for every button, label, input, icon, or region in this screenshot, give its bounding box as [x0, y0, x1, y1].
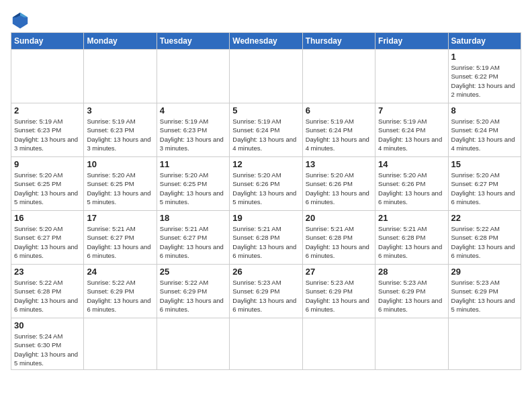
day-info: Sunrise: 5:20 AM Sunset: 6:24 PM Dayligh…: [451, 117, 518, 152]
day-number: 8: [451, 105, 518, 116]
column-header-tuesday: Tuesday: [157, 33, 229, 50]
calendar-cell: 6Sunrise: 5:19 AM Sunset: 6:24 PM Daylig…: [302, 103, 375, 157]
calendar-cell: [230, 318, 302, 370]
calendar-cell: 27Sunrise: 5:23 AM Sunset: 6:29 PM Dayli…: [302, 265, 375, 318]
day-number: 15: [451, 159, 518, 169]
calendar-cell: 1Sunrise: 5:19 AM Sunset: 6:22 PM Daylig…: [448, 50, 521, 103]
calendar-cell: 4Sunrise: 5:19 AM Sunset: 6:23 PM Daylig…: [157, 103, 229, 157]
day-info: Sunrise: 5:20 AM Sunset: 6:26 PM Dayligh…: [232, 171, 299, 206]
calendar-cell: [375, 318, 448, 370]
day-info: Sunrise: 5:21 AM Sunset: 6:28 PM Dayligh…: [306, 224, 372, 260]
day-info: Sunrise: 5:24 AM Sunset: 6:30 PM Dayligh…: [14, 332, 81, 367]
day-info: Sunrise: 5:20 AM Sunset: 6:25 PM Dayligh…: [14, 171, 81, 206]
day-number: 5: [232, 105, 299, 116]
day-info: Sunrise: 5:20 AM Sunset: 6:26 PM Dayligh…: [378, 171, 445, 206]
day-info: Sunrise: 5:19 AM Sunset: 6:24 PM Dayligh…: [378, 117, 445, 152]
day-number: 3: [87, 105, 153, 116]
day-number: 27: [306, 267, 372, 277]
calendar-cell: 10Sunrise: 5:20 AM Sunset: 6:25 PM Dayli…: [84, 157, 157, 211]
day-number: 20: [306, 213, 372, 223]
day-info: Sunrise: 5:22 AM Sunset: 6:28 PM Dayligh…: [14, 278, 81, 314]
calendar-cell: 15Sunrise: 5:20 AM Sunset: 6:27 PM Dayli…: [448, 157, 521, 211]
day-number: 13: [306, 159, 372, 169]
day-info: Sunrise: 5:19 AM Sunset: 6:24 PM Dayligh…: [232, 117, 299, 152]
day-info: Sunrise: 5:23 AM Sunset: 6:29 PM Dayligh…: [306, 278, 372, 314]
day-number: 9: [14, 159, 81, 169]
day-number: 4: [160, 105, 226, 116]
logo: [11, 11, 32, 30]
day-info: Sunrise: 5:23 AM Sunset: 6:29 PM Dayligh…: [232, 278, 299, 314]
day-number: 25: [160, 267, 226, 277]
calendar-cell: 12Sunrise: 5:20 AM Sunset: 6:26 PM Dayli…: [230, 157, 302, 211]
day-number: 24: [87, 267, 153, 277]
calendar-cell: 7Sunrise: 5:19 AM Sunset: 6:24 PM Daylig…: [375, 103, 448, 157]
calendar-cell: [84, 318, 157, 370]
column-header-friday: Friday: [375, 33, 448, 50]
calendar-cell: 23Sunrise: 5:22 AM Sunset: 6:28 PM Dayli…: [11, 265, 84, 318]
calendar-cell: [157, 318, 229, 370]
day-info: Sunrise: 5:19 AM Sunset: 6:23 PM Dayligh…: [160, 117, 226, 152]
calendar-cell: 22Sunrise: 5:22 AM Sunset: 6:28 PM Dayli…: [448, 211, 521, 265]
calendar-cell: 17Sunrise: 5:21 AM Sunset: 6:27 PM Dayli…: [84, 211, 157, 265]
calendar-cell: [157, 50, 229, 103]
calendar-cell: 8Sunrise: 5:20 AM Sunset: 6:24 PM Daylig…: [448, 103, 521, 157]
day-number: 19: [232, 213, 299, 223]
day-info: Sunrise: 5:19 AM Sunset: 6:23 PM Dayligh…: [14, 117, 81, 152]
day-info: Sunrise: 5:19 AM Sunset: 6:24 PM Dayligh…: [306, 117, 372, 152]
day-number: 21: [378, 213, 445, 223]
calendar-cell: 18Sunrise: 5:21 AM Sunset: 6:27 PM Dayli…: [157, 211, 229, 265]
day-info: Sunrise: 5:22 AM Sunset: 6:28 PM Dayligh…: [451, 224, 518, 260]
day-info: Sunrise: 5:21 AM Sunset: 6:28 PM Dayligh…: [232, 224, 299, 260]
column-header-saturday: Saturday: [448, 33, 521, 50]
calendar-cell: 25Sunrise: 5:22 AM Sunset: 6:29 PM Dayli…: [157, 265, 229, 318]
day-info: Sunrise: 5:21 AM Sunset: 6:28 PM Dayligh…: [378, 224, 445, 260]
calendar-cell: 28Sunrise: 5:23 AM Sunset: 6:29 PM Dayli…: [375, 265, 448, 318]
column-header-monday: Monday: [84, 33, 157, 50]
calendar-cell: 24Sunrise: 5:22 AM Sunset: 6:29 PM Dayli…: [84, 265, 157, 318]
calendar-table: SundayMondayTuesdayWednesdayThursdayFrid…: [11, 32, 521, 370]
day-number: 1: [451, 52, 518, 62]
calendar-cell: 20Sunrise: 5:21 AM Sunset: 6:28 PM Dayli…: [302, 211, 375, 265]
calendar-cell: 21Sunrise: 5:21 AM Sunset: 6:28 PM Dayli…: [375, 211, 448, 265]
day-number: 14: [378, 159, 445, 169]
calendar-cell: 30Sunrise: 5:24 AM Sunset: 6:30 PM Dayli…: [11, 318, 84, 370]
calendar-cell: 9Sunrise: 5:20 AM Sunset: 6:25 PM Daylig…: [11, 157, 84, 211]
calendar-cell: 19Sunrise: 5:21 AM Sunset: 6:28 PM Dayli…: [230, 211, 302, 265]
day-info: Sunrise: 5:19 AM Sunset: 6:22 PM Dayligh…: [451, 63, 518, 99]
day-number: 18: [160, 213, 226, 223]
page-header: [11, 11, 521, 30]
day-number: 2: [14, 105, 81, 116]
day-info: Sunrise: 5:20 AM Sunset: 6:25 PM Dayligh…: [87, 171, 153, 206]
calendar-cell: [448, 318, 521, 370]
column-header-sunday: Sunday: [11, 33, 84, 50]
calendar-cell: [302, 50, 375, 103]
calendar-cell: [11, 50, 84, 103]
calendar-cell: 16Sunrise: 5:20 AM Sunset: 6:27 PM Dayli…: [11, 211, 84, 265]
day-number: 26: [232, 267, 299, 277]
day-number: 16: [14, 213, 81, 223]
day-info: Sunrise: 5:20 AM Sunset: 6:27 PM Dayligh…: [451, 171, 518, 206]
day-info: Sunrise: 5:21 AM Sunset: 6:27 PM Dayligh…: [87, 224, 153, 260]
calendar-cell: [84, 50, 157, 103]
day-info: Sunrise: 5:22 AM Sunset: 6:29 PM Dayligh…: [87, 278, 153, 314]
calendar-cell: 11Sunrise: 5:20 AM Sunset: 6:25 PM Dayli…: [157, 157, 229, 211]
calendar-cell: [302, 318, 375, 370]
calendar-cell: 13Sunrise: 5:20 AM Sunset: 6:26 PM Dayli…: [302, 157, 375, 211]
day-info: Sunrise: 5:21 AM Sunset: 6:27 PM Dayligh…: [160, 224, 226, 260]
day-info: Sunrise: 5:20 AM Sunset: 6:27 PM Dayligh…: [14, 224, 81, 260]
calendar-cell: 29Sunrise: 5:23 AM Sunset: 6:29 PM Dayli…: [448, 265, 521, 318]
day-number: 10: [87, 159, 153, 169]
day-number: 28: [378, 267, 445, 277]
calendar-cell: [230, 50, 302, 103]
calendar-cell: 3Sunrise: 5:19 AM Sunset: 6:23 PM Daylig…: [84, 103, 157, 157]
day-number: 29: [451, 267, 518, 277]
day-number: 22: [451, 213, 518, 223]
day-number: 30: [14, 320, 81, 330]
column-header-thursday: Thursday: [302, 33, 375, 50]
day-number: 7: [378, 105, 445, 116]
calendar-cell: 2Sunrise: 5:19 AM Sunset: 6:23 PM Daylig…: [11, 103, 84, 157]
day-info: Sunrise: 5:20 AM Sunset: 6:25 PM Dayligh…: [160, 171, 226, 206]
day-info: Sunrise: 5:23 AM Sunset: 6:29 PM Dayligh…: [451, 278, 518, 314]
day-info: Sunrise: 5:19 AM Sunset: 6:23 PM Dayligh…: [87, 117, 153, 152]
day-number: 12: [232, 159, 299, 169]
